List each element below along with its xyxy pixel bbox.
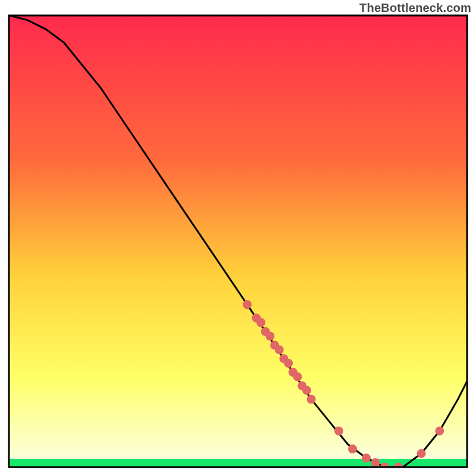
highlight-dot [417,449,426,458]
highlight-dot [265,331,274,340]
gradient-background [9,15,467,467]
highlight-dot [307,395,316,404]
plot-area [9,15,467,472]
highlight-dot [435,427,444,436]
highlight-dot [348,444,357,453]
watermark-text: TheBottleneck.com [359,1,471,15]
highlight-dot [243,300,252,309]
highlight-dot [275,345,284,354]
highlight-dot [371,458,380,467]
highlight-dot [302,386,311,395]
highlight-dot [362,453,371,462]
highlight-dot [334,427,343,436]
highlight-dot [256,318,265,327]
chart-svg [0,0,476,476]
chart-stage: TheBottleneck.com [0,0,476,476]
highlight-dot [284,359,293,368]
highlight-dot [293,372,302,381]
